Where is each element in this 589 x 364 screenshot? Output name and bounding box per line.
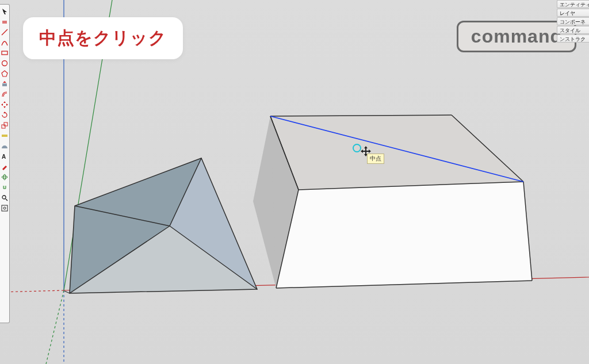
scale-tool[interactable] [1, 122, 8, 129]
svg-point-24 [3, 174, 6, 180]
tool-palette: A [0, 4, 10, 323]
zoom-extents-tool[interactable] [1, 205, 8, 212]
svg-point-23 [2, 176, 7, 178]
svg-rect-21 [2, 135, 7, 137]
paint-tool[interactable] [1, 163, 8, 170]
eraser-tool[interactable] [1, 18, 8, 25]
right-tray: エンティティ レイヤ コンポーネ スタイル ンストラク [557, 0, 589, 43]
svg-point-16 [2, 61, 7, 66]
svg-line-3 [46, 290, 64, 364]
tray-layers[interactable]: レイヤ [557, 9, 589, 17]
offset-tool[interactable] [1, 91, 8, 98]
svg-marker-11 [276, 182, 532, 288]
svg-rect-18 [2, 83, 7, 86]
svg-point-25 [2, 196, 6, 199]
tray-instructor[interactable]: ンストラク [557, 35, 589, 43]
select-tool[interactable] [1, 8, 8, 15]
svg-rect-20 [4, 122, 7, 126]
rotate-tool[interactable] [1, 112, 8, 118]
orbit-tool[interactable] [1, 174, 8, 181]
svg-text:A: A [2, 154, 6, 160]
rectangle-tool[interactable] [1, 49, 8, 56]
keycap-label: command [471, 26, 562, 47]
text-tool[interactable]: A [1, 153, 8, 160]
arc-tool[interactable] [1, 39, 8, 46]
svg-rect-26 [2, 205, 7, 211]
pushpull-tool[interactable] [1, 81, 8, 87]
tape-tool[interactable] [1, 132, 8, 139]
protractor-tool[interactable] [1, 143, 8, 150]
svg-rect-19 [2, 125, 5, 128]
polygon-tool[interactable] [1, 70, 8, 77]
svg-rect-14 [2, 21, 7, 24]
line-tool[interactable] [1, 29, 8, 36]
tray-entity-info[interactable]: エンティティ [557, 0, 589, 8]
instruction-banner: 中点をクリック [23, 17, 183, 59]
move-tool[interactable] [1, 101, 8, 108]
svg-rect-15 [2, 51, 7, 55]
circle-tool[interactable] [1, 60, 8, 67]
instruction-text: 中点をクリック [39, 28, 167, 47]
zoom-tool[interactable] [1, 194, 8, 201]
svg-marker-17 [2, 71, 7, 76]
svg-point-27 [3, 207, 6, 209]
tray-components[interactable]: コンポーネ [557, 17, 589, 25]
tray-styles[interactable]: スタイル [557, 26, 589, 34]
pan-tool[interactable] [1, 184, 8, 191]
